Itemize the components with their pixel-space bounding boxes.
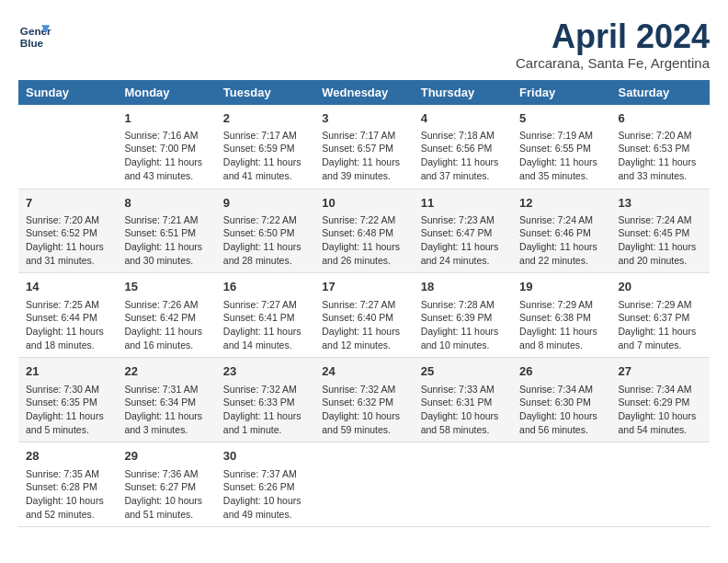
day-info: Sunrise: 7:20 AMSunset: 6:52 PMDaylight:…	[26, 213, 109, 268]
calendar-week-5: 28Sunrise: 7:35 AMSunset: 6:28 PMDayligh…	[18, 442, 710, 527]
calendar-cell: 10Sunrise: 7:22 AMSunset: 6:48 PMDayligh…	[314, 189, 413, 273]
day-number: 28	[26, 448, 109, 465]
day-number: 24	[322, 363, 405, 380]
calendar-cell: 2Sunrise: 7:17 AMSunset: 6:59 PMDaylight…	[216, 105, 314, 189]
day-info: Sunrise: 7:34 AMSunset: 6:30 PMDaylight:…	[519, 383, 603, 437]
day-number: 23	[223, 363, 307, 380]
header-saturday: Saturday	[611, 80, 710, 105]
calendar-cell	[512, 442, 610, 527]
header-friday: Friday	[512, 80, 610, 105]
day-number: 3	[322, 110, 405, 127]
day-number: 4	[421, 110, 505, 127]
day-number: 19	[519, 279, 603, 295]
calendar-cell: 29Sunrise: 7:36 AMSunset: 6:27 PMDayligh…	[117, 442, 215, 527]
header-thursday: Thursday	[414, 80, 512, 105]
day-number: 15	[124, 279, 208, 295]
day-info: Sunrise: 7:17 AMSunset: 6:57 PMDaylight:…	[322, 129, 405, 183]
calendar-cell	[18, 105, 117, 189]
day-info: Sunrise: 7:22 AMSunset: 6:50 PMDaylight:…	[223, 213, 307, 268]
day-info: Sunrise: 7:19 AMSunset: 6:55 PMDaylight:…	[519, 129, 603, 183]
day-number: 29	[124, 448, 208, 465]
header-wednesday: Wednesday	[314, 80, 413, 105]
calendar-cell: 16Sunrise: 7:27 AMSunset: 6:41 PMDayligh…	[216, 273, 314, 358]
calendar-cell	[414, 442, 512, 527]
day-number: 20	[619, 279, 702, 295]
day-number: 7	[26, 195, 109, 212]
day-number: 11	[421, 195, 505, 212]
day-info: Sunrise: 7:24 AMSunset: 6:46 PMDaylight:…	[519, 213, 603, 268]
location-subtitle: Carcarana, Santa Fe, Argentina	[516, 55, 710, 71]
day-info: Sunrise: 7:33 AMSunset: 6:31 PMDaylight:…	[421, 383, 505, 437]
calendar-cell: 13Sunrise: 7:24 AMSunset: 6:45 PMDayligh…	[611, 189, 710, 273]
day-number: 8	[124, 195, 208, 212]
title-block: April 2024 Carcarana, Santa Fe, Argentin…	[516, 18, 710, 71]
day-number: 10	[322, 195, 405, 212]
day-info: Sunrise: 7:24 AMSunset: 6:45 PMDaylight:…	[619, 213, 702, 268]
day-number: 13	[619, 195, 702, 212]
day-info: Sunrise: 7:28 AMSunset: 6:39 PMDaylight:…	[421, 298, 505, 352]
calendar-cell: 17Sunrise: 7:27 AMSunset: 6:40 PMDayligh…	[314, 273, 413, 358]
calendar-week-2: 7Sunrise: 7:20 AMSunset: 6:52 PMDaylight…	[18, 189, 710, 273]
day-info: Sunrise: 7:29 AMSunset: 6:38 PMDaylight:…	[519, 298, 603, 352]
day-info: Sunrise: 7:34 AMSunset: 6:29 PMDaylight:…	[619, 383, 702, 437]
day-number: 2	[223, 110, 307, 127]
day-info: Sunrise: 7:25 AMSunset: 6:44 PMDaylight:…	[26, 298, 109, 352]
day-info: Sunrise: 7:31 AMSunset: 6:34 PMDaylight:…	[124, 383, 208, 437]
calendar-cell: 27Sunrise: 7:34 AMSunset: 6:29 PMDayligh…	[611, 358, 710, 442]
day-info: Sunrise: 7:27 AMSunset: 6:40 PMDaylight:…	[322, 298, 405, 352]
day-info: Sunrise: 7:17 AMSunset: 6:59 PMDaylight:…	[223, 129, 307, 183]
day-number: 30	[223, 448, 307, 465]
calendar-cell: 9Sunrise: 7:22 AMSunset: 6:50 PMDaylight…	[216, 189, 314, 273]
calendar-cell: 15Sunrise: 7:26 AMSunset: 6:42 PMDayligh…	[117, 273, 215, 358]
calendar-cell	[314, 442, 413, 527]
calendar-cell: 28Sunrise: 7:35 AMSunset: 6:28 PMDayligh…	[18, 442, 117, 527]
calendar-cell: 11Sunrise: 7:23 AMSunset: 6:47 PMDayligh…	[414, 189, 512, 273]
day-number: 6	[619, 110, 702, 127]
day-number: 5	[519, 110, 603, 127]
calendar-cell	[611, 442, 710, 527]
calendar-cell: 4Sunrise: 7:18 AMSunset: 6:56 PMDaylight…	[414, 105, 512, 189]
calendar-week-1: 1Sunrise: 7:16 AMSunset: 7:00 PMDaylight…	[18, 105, 710, 189]
day-info: Sunrise: 7:20 AMSunset: 6:53 PMDaylight:…	[619, 129, 702, 183]
calendar-cell: 7Sunrise: 7:20 AMSunset: 6:52 PMDaylight…	[18, 189, 117, 273]
calendar-cell: 19Sunrise: 7:29 AMSunset: 6:38 PMDayligh…	[512, 273, 610, 358]
day-number: 22	[124, 363, 208, 380]
day-info: Sunrise: 7:21 AMSunset: 6:51 PMDaylight:…	[124, 213, 208, 268]
logo: General Blue	[18, 18, 51, 52]
day-number: 18	[421, 279, 505, 295]
day-info: Sunrise: 7:32 AMSunset: 6:32 PMDaylight:…	[322, 383, 405, 437]
calendar-header-row: SundayMondayTuesdayWednesdayThursdayFrid…	[18, 80, 710, 105]
day-number: 14	[26, 279, 109, 295]
header-monday: Monday	[117, 80, 215, 105]
day-info: Sunrise: 7:27 AMSunset: 6:41 PMDaylight:…	[223, 298, 307, 352]
calendar-cell: 5Sunrise: 7:19 AMSunset: 6:55 PMDaylight…	[512, 105, 610, 189]
calendar-table: SundayMondayTuesdayWednesdayThursdayFrid…	[18, 80, 710, 528]
calendar-cell: 24Sunrise: 7:32 AMSunset: 6:32 PMDayligh…	[314, 358, 413, 442]
calendar-cell: 12Sunrise: 7:24 AMSunset: 6:46 PMDayligh…	[512, 189, 610, 273]
day-number: 21	[26, 363, 109, 380]
day-info: Sunrise: 7:16 AMSunset: 7:00 PMDaylight:…	[124, 129, 208, 183]
day-number: 12	[519, 195, 603, 212]
day-number: 25	[421, 363, 505, 380]
calendar-week-4: 21Sunrise: 7:30 AMSunset: 6:35 PMDayligh…	[18, 358, 710, 442]
calendar-cell: 18Sunrise: 7:28 AMSunset: 6:39 PMDayligh…	[414, 273, 512, 358]
calendar-cell: 21Sunrise: 7:30 AMSunset: 6:35 PMDayligh…	[18, 358, 117, 442]
day-info: Sunrise: 7:18 AMSunset: 6:56 PMDaylight:…	[421, 129, 505, 183]
header-tuesday: Tuesday	[216, 80, 314, 105]
day-info: Sunrise: 7:35 AMSunset: 6:28 PMDaylight:…	[26, 467, 109, 522]
calendar-week-3: 14Sunrise: 7:25 AMSunset: 6:44 PMDayligh…	[18, 273, 710, 358]
day-info: Sunrise: 7:32 AMSunset: 6:33 PMDaylight:…	[223, 383, 307, 437]
day-number: 16	[223, 279, 307, 295]
day-info: Sunrise: 7:29 AMSunset: 6:37 PMDaylight:…	[619, 298, 702, 352]
calendar-cell: 26Sunrise: 7:34 AMSunset: 6:30 PMDayligh…	[512, 358, 610, 442]
day-info: Sunrise: 7:22 AMSunset: 6:48 PMDaylight:…	[322, 213, 405, 268]
calendar-cell: 25Sunrise: 7:33 AMSunset: 6:31 PMDayligh…	[414, 358, 512, 442]
day-number: 9	[223, 195, 307, 212]
page-header: General Blue April 2024 Carcarana, Santa…	[18, 18, 710, 71]
calendar-cell: 23Sunrise: 7:32 AMSunset: 6:33 PMDayligh…	[216, 358, 314, 442]
day-number: 17	[322, 279, 405, 295]
calendar-cell: 20Sunrise: 7:29 AMSunset: 6:37 PMDayligh…	[611, 273, 710, 358]
calendar-cell: 30Sunrise: 7:37 AMSunset: 6:26 PMDayligh…	[216, 442, 314, 527]
day-number: 27	[619, 363, 702, 380]
day-number: 1	[124, 110, 208, 127]
